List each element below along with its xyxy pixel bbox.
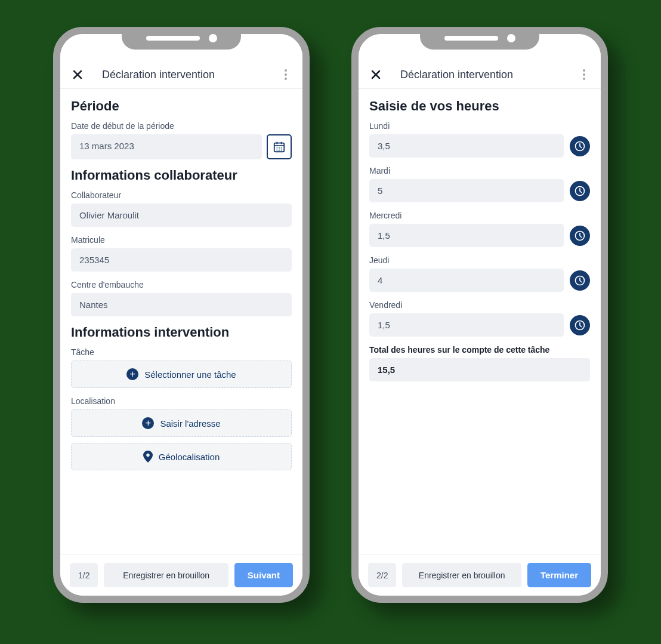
clock-icon <box>574 185 586 197</box>
field-label: Centre d'embauche <box>71 280 292 289</box>
field-location: Localisation + Saisir l'adresse Géolocal… <box>71 396 292 470</box>
field-matricule: Matricule 235345 <box>71 235 292 272</box>
field-label: Jeudi <box>369 255 590 265</box>
pin-icon <box>143 451 153 463</box>
svg-point-8 <box>279 150 280 151</box>
phone-mockup-2: Déclaration intervention Saisie de vos h… <box>351 27 608 603</box>
button-label: Saisir l'adresse <box>160 418 220 429</box>
clock-icon <box>574 319 586 331</box>
section-title-intervention: Informations intervention <box>71 325 292 340</box>
kebab-menu-icon[interactable] <box>578 69 590 81</box>
phone-screen-1: Déclaration intervention Période Date de… <box>60 34 302 596</box>
clock-icon <box>574 140 586 152</box>
field-label: Total des heures sur le compte de cette … <box>369 345 590 355</box>
field-collaborator: Collaborateur Olivier Maroulit <box>71 190 292 227</box>
plus-icon: + <box>142 417 154 429</box>
svg-point-5 <box>279 147 280 149</box>
hours-input[interactable]: 1,5 <box>369 224 564 247</box>
field-task: Tâche + Sélectionner une tâche <box>71 347 292 388</box>
svg-point-7 <box>276 150 277 151</box>
matricule-input[interactable]: 235345 <box>71 248 292 272</box>
clock-button[interactable] <box>570 270 590 291</box>
field-start-date: Date de début de la période 13 mars 2023 <box>71 121 292 159</box>
hours-input[interactable]: 4 <box>369 269 564 292</box>
enter-address-button[interactable]: + Saisir l'adresse <box>71 409 292 437</box>
clock-icon <box>574 275 586 286</box>
section-title-period: Période <box>71 98 292 114</box>
hours-input[interactable]: 1,5 <box>369 313 564 337</box>
field-day-lundi: Lundi 3,5 <box>369 121 590 158</box>
phone-screen-2: Déclaration intervention Saisie de vos h… <box>359 34 601 596</box>
clock-button[interactable] <box>570 226 590 246</box>
save-draft-button[interactable]: Enregistrer en brouillon <box>104 563 228 587</box>
clock-button[interactable] <box>570 315 590 335</box>
close-icon[interactable] <box>369 68 382 81</box>
field-label: Localisation <box>71 396 292 406</box>
form-footer: 1/2 Enregistrer en brouillon Suivant <box>60 554 302 596</box>
save-draft-button[interactable]: Enregistrer en brouillon <box>402 563 521 587</box>
form-body: Saisie de vos heures Lundi 3,5 Mardi 5 M… <box>359 89 601 554</box>
section-title-collaborator: Informations collaborateur <box>71 168 292 183</box>
total-hours-value: 15,5 <box>369 358 590 381</box>
centre-input[interactable]: Nantes <box>71 293 292 316</box>
next-button[interactable]: Suivant <box>234 563 293 587</box>
calendar-icon <box>273 140 286 153</box>
field-label: Collaborateur <box>71 190 292 200</box>
field-day-mardi: Mardi 5 <box>369 166 590 202</box>
clock-icon <box>574 230 586 242</box>
button-label: Géolocalisation <box>159 452 220 462</box>
phone-notch <box>122 27 241 50</box>
svg-point-6 <box>281 147 282 149</box>
field-centre: Centre d'embauche Nantes <box>71 280 292 316</box>
calendar-button[interactable] <box>267 134 292 159</box>
field-day-jeudi: Jeudi 4 <box>369 255 590 292</box>
date-input[interactable]: 13 mars 2023 <box>71 134 262 159</box>
kebab-menu-icon[interactable] <box>280 69 292 81</box>
plus-icon: + <box>126 368 138 380</box>
collaborator-input[interactable]: Olivier Maroulit <box>71 204 292 227</box>
field-label: Tâche <box>71 347 292 357</box>
hours-input[interactable]: 3,5 <box>369 134 564 158</box>
app-header: Déclaration intervention <box>60 61 302 89</box>
form-body: Période Date de début de la période 13 m… <box>60 89 302 554</box>
field-label: Mardi <box>369 166 590 175</box>
field-day-vendredi: Vendredi 1,5 <box>369 300 590 337</box>
field-label: Lundi <box>369 121 590 131</box>
field-day-mercredi: Mercredi 1,5 <box>369 211 590 247</box>
field-label: Vendredi <box>369 300 590 310</box>
form-footer: 2/2 Enregistrer en brouillon Terminer <box>359 554 601 596</box>
select-task-button[interactable]: + Sélectionner une tâche <box>71 360 292 388</box>
geolocate-button[interactable]: Géolocalisation <box>71 443 292 470</box>
field-label: Date de début de la période <box>71 121 292 131</box>
button-label: Sélectionner une tâche <box>144 369 236 380</box>
field-total: Total des heures sur le compte de cette … <box>369 345 590 381</box>
field-label: Matricule <box>71 235 292 245</box>
phone-notch <box>420 27 539 50</box>
page-indicator: 1/2 <box>70 563 98 587</box>
app-header: Déclaration intervention <box>359 61 601 89</box>
header-title: Déclaration intervention <box>382 69 578 81</box>
close-icon[interactable] <box>71 68 84 81</box>
header-title: Déclaration intervention <box>84 69 280 81</box>
field-label: Mercredi <box>369 211 590 220</box>
page-indicator: 2/2 <box>368 563 396 587</box>
finish-button[interactable]: Terminer <box>527 563 591 587</box>
hours-input[interactable]: 5 <box>369 179 564 202</box>
svg-point-9 <box>281 150 282 151</box>
svg-point-4 <box>276 147 277 149</box>
clock-button[interactable] <box>570 181 590 201</box>
clock-button[interactable] <box>570 136 590 156</box>
section-title-hours: Saisie de vos heures <box>369 98 590 114</box>
phone-mockup-1: Déclaration intervention Période Date de… <box>53 27 310 603</box>
